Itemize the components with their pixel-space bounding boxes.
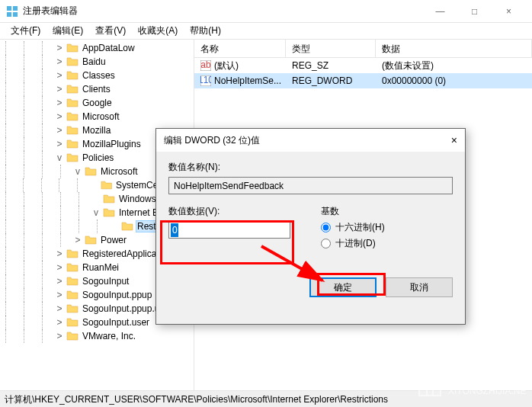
reg-value-icon: 110 bbox=[200, 75, 211, 86]
radio-hex[interactable] bbox=[321, 223, 331, 232]
tree-toggle-icon[interactable]: > bbox=[55, 125, 64, 136]
dialog-titlebar: 编辑 DWORD (32 位)值 × bbox=[156, 129, 465, 152]
tree-label: Mozilla bbox=[81, 124, 112, 136]
col-type[interactable]: 类型 bbox=[286, 40, 376, 57]
cell-type: REG_DWORD bbox=[286, 74, 376, 88]
tree-toggle-icon[interactable]: > bbox=[55, 98, 64, 108]
tree-toggle-icon[interactable]: > bbox=[55, 139, 64, 149]
menu-view[interactable]: 查看(V) bbox=[89, 23, 132, 39]
tree-label: SogouInput bbox=[81, 275, 130, 287]
tree-node-appdatalow[interactable]: >AppDataLow bbox=[0, 41, 194, 55]
radio-dec-label: 十进制(D) bbox=[335, 237, 376, 250]
edit-dword-dialog: 编辑 DWORD (32 位)值 × 数值名称(N): 数值数据(V): 基数 … bbox=[155, 128, 466, 325]
tree-toggle-icon[interactable] bbox=[89, 180, 98, 191]
close-button[interactable]: × bbox=[492, 0, 526, 23]
tree-toggle-icon[interactable]: > bbox=[55, 56, 64, 67]
cancel-button[interactable]: 取消 bbox=[386, 277, 453, 297]
list-row[interactable]: 110NoHelpItemSe...REG_DWORD0x00000000 (0… bbox=[194, 73, 532, 88]
tree-node-microsoft[interactable]: >Microsoft bbox=[0, 110, 194, 123]
reg-value-icon: ab bbox=[200, 60, 211, 71]
tree-toggle-icon[interactable]: > bbox=[55, 43, 64, 53]
cell-data: 0x00000000 (0) bbox=[376, 74, 532, 88]
tree-toggle-icon[interactable]: > bbox=[55, 84, 64, 95]
tree-label: Clients bbox=[81, 83, 112, 95]
tree-toggle-icon[interactable] bbox=[110, 221, 119, 232]
watermark-line2: XITONGZHIJIA.NET bbox=[448, 386, 527, 396]
tree-label: SogouInput.ppup bbox=[81, 289, 153, 301]
tree-label: Power bbox=[99, 234, 128, 246]
tree-toggle-icon[interactable] bbox=[91, 194, 101, 204]
tree-label: VMware, Inc. bbox=[81, 330, 137, 342]
menubar: 文件(F) 编辑(E) 查看(V) 收藏夹(A) 帮助(H) bbox=[0, 23, 532, 40]
radio-hex-row[interactable]: 十六进制(H) bbox=[321, 221, 385, 234]
radio-hex-label: 十六进制(H) bbox=[335, 221, 385, 234]
radio-dec[interactable] bbox=[321, 239, 331, 248]
svg-text:ab: ab bbox=[200, 60, 211, 70]
watermark-line1: 系统之家 bbox=[447, 375, 485, 386]
value-name-label: 数值名称(N): bbox=[168, 161, 453, 174]
svg-rect-3 bbox=[13, 12, 18, 17]
col-data[interactable]: 数据 bbox=[376, 40, 532, 57]
tree-toggle-icon[interactable]: > bbox=[55, 303, 64, 314]
radio-dec-row[interactable]: 十进制(D) bbox=[321, 237, 385, 250]
base-label: 基数 bbox=[321, 205, 385, 218]
tree-toggle-icon[interactable]: > bbox=[55, 317, 64, 328]
value-data-input[interactable] bbox=[168, 221, 290, 239]
tree-node-clients[interactable]: >Clients bbox=[0, 82, 194, 96]
tree-label: Classes bbox=[81, 69, 117, 82]
menu-file[interactable]: 文件(F) bbox=[5, 23, 46, 39]
tree-toggle-icon[interactable]: > bbox=[55, 290, 64, 300]
tree-label: SogouInput.user bbox=[81, 316, 151, 328]
svg-text:110: 110 bbox=[200, 75, 211, 85]
tree-toggle-icon[interactable]: v bbox=[91, 207, 101, 218]
watermark: 系统之家 XITONGZHIJIA.NET bbox=[413, 365, 527, 402]
status-path: 计算机\HKEY_CURRENT_USER\SOFTWARE\Policies\… bbox=[5, 394, 388, 405]
svg-rect-1 bbox=[13, 6, 18, 11]
menu-edit[interactable]: 编辑(E) bbox=[46, 23, 89, 39]
value-name-input[interactable] bbox=[168, 177, 453, 194]
tree-label: AppDataLow bbox=[81, 42, 136, 54]
list-row[interactable]: ab(默认)REG_SZ(数值未设置) bbox=[194, 58, 532, 73]
tree-toggle-icon[interactable]: v bbox=[55, 152, 64, 163]
maximize-button[interactable]: □ bbox=[457, 0, 492, 23]
regedit-icon bbox=[6, 5, 18, 18]
tree-toggle-icon[interactable]: > bbox=[55, 276, 64, 287]
tree-node-google[interactable]: >Google bbox=[0, 96, 194, 110]
cell-name: (默认) bbox=[214, 60, 239, 71]
tree-toggle-icon[interactable]: > bbox=[55, 70, 64, 81]
tree-label: Baidu bbox=[81, 56, 107, 68]
cell-name: NoHelpItemSe... bbox=[214, 75, 281, 86]
menu-favorites[interactable]: 收藏夹(A) bbox=[132, 23, 184, 39]
tree-label: Windows bbox=[117, 193, 158, 205]
tree-label: Google bbox=[81, 97, 114, 109]
window-title: 注册表编辑器 bbox=[23, 5, 423, 18]
tree-label: MozillaPlugins bbox=[81, 138, 143, 150]
list-header: 名称 类型 数据 bbox=[194, 40, 532, 58]
tree-label: RuanMei bbox=[81, 261, 120, 274]
dialog-title: 编辑 DWORD (32 位)值 bbox=[164, 134, 451, 147]
ok-button[interactable]: 确定 bbox=[309, 277, 377, 297]
tree-label: Policies bbox=[81, 152, 115, 164]
col-name[interactable]: 名称 bbox=[194, 40, 286, 57]
minimize-button[interactable]: — bbox=[423, 0, 457, 23]
tree-toggle-icon[interactable]: > bbox=[55, 331, 64, 341]
tree-toggle-icon[interactable]: v bbox=[73, 166, 82, 177]
cell-type: REG_SZ bbox=[286, 59, 376, 72]
tree-toggle-icon[interactable]: > bbox=[73, 235, 82, 245]
cell-data: (数值未设置) bbox=[376, 58, 532, 74]
tree-node-baidu[interactable]: >Baidu bbox=[0, 55, 194, 69]
dialog-close-button[interactable]: × bbox=[451, 134, 457, 146]
tree-node-vmware-inc-[interactable]: >VMware, Inc. bbox=[0, 329, 194, 343]
tree-node-classes[interactable]: >Classes bbox=[0, 69, 194, 82]
tree-label: Microsoft bbox=[81, 111, 121, 123]
tree-toggle-icon[interactable]: > bbox=[55, 111, 64, 122]
svg-rect-2 bbox=[7, 12, 11, 17]
menu-help[interactable]: 帮助(H) bbox=[184, 23, 227, 39]
svg-rect-0 bbox=[7, 6, 11, 11]
tree-toggle-icon[interactable]: > bbox=[55, 262, 64, 273]
titlebar: 注册表编辑器 — □ × bbox=[0, 0, 532, 23]
value-data-label: 数值数据(V): bbox=[168, 205, 290, 218]
tree-label: Microsoft bbox=[99, 165, 139, 178]
tree-toggle-icon[interactable]: > bbox=[55, 248, 64, 259]
